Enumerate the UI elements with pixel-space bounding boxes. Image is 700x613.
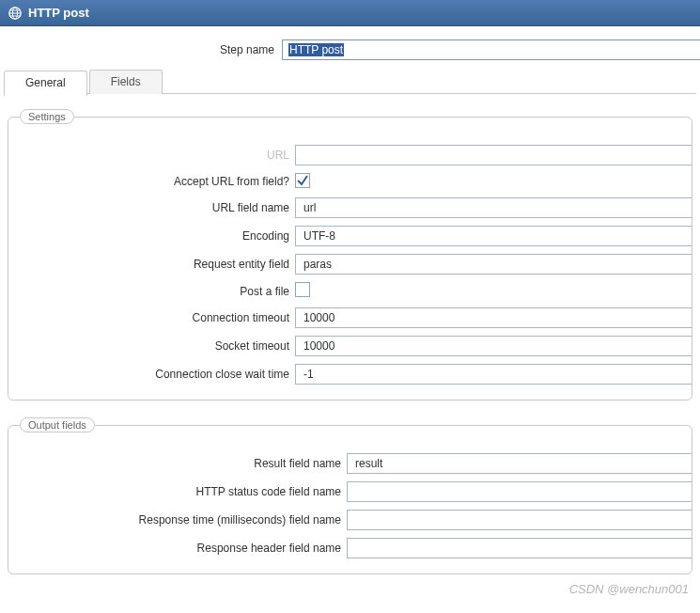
- settings-legend: Settings: [20, 109, 74, 124]
- response-time-field-name-input[interactable]: [347, 510, 692, 530]
- settings-group: Settings URL Accept URL from field? URL …: [8, 109, 692, 401]
- accept-url-from-field-label: Accept URL from field?: [8, 175, 295, 188]
- connection-close-wait-input[interactable]: [295, 364, 692, 385]
- url-field-name-label: URL field name: [8, 201, 295, 214]
- url-label: URL: [8, 149, 295, 162]
- tab-content: Settings URL Accept URL from field? URL …: [0, 94, 700, 611]
- http-status-code-field-name-label: HTTP status code field name: [8, 485, 347, 498]
- tab-fields[interactable]: Fields: [89, 70, 163, 94]
- request-entity-field-input[interactable]: [295, 254, 692, 275]
- encoding-label: Encoding: [8, 229, 295, 243]
- socket-timeout-input[interactable]: [295, 336, 692, 356]
- step-name-label: Step name: [0, 43, 282, 56]
- output-fields-legend: Output fields: [20, 417, 95, 432]
- post-a-file-label: Post a file: [8, 285, 295, 298]
- step-name-value: HTTP post: [288, 43, 344, 56]
- window-titlebar: HTTP post: [0, 0, 700, 26]
- result-field-name-label: Result field name: [8, 457, 347, 470]
- post-a-file-checkbox[interactable]: [295, 282, 310, 297]
- globe-icon: [8, 6, 23, 21]
- step-name-input[interactable]: HTTP post: [282, 39, 700, 60]
- output-fields-group: Output fields Result field name HTTP sta…: [8, 417, 692, 574]
- accept-url-from-field-checkbox[interactable]: [295, 173, 310, 188]
- connection-close-wait-label: Connection close wait time: [8, 368, 295, 381]
- socket-timeout-label: Socket timeout: [8, 339, 295, 353]
- request-entity-field-label: Request entity field: [8, 258, 295, 271]
- response-header-field-name-input[interactable]: [347, 538, 692, 558]
- checkmark-icon: [296, 174, 309, 187]
- url-input: [295, 145, 692, 165]
- result-field-name-input[interactable]: [347, 453, 692, 474]
- tab-general[interactable]: General: [4, 71, 87, 96]
- http-status-code-field-name-input[interactable]: [347, 481, 692, 502]
- connection-timeout-input[interactable]: [295, 307, 692, 328]
- connection-timeout-label: Connection timeout: [8, 311, 295, 324]
- tab-bar: General Fields: [4, 70, 696, 94]
- response-time-field-name-label: Response time (milliseconds) field name: [8, 513, 347, 527]
- encoding-input[interactable]: [295, 226, 692, 246]
- step-name-row: Step name HTTP post: [0, 26, 700, 70]
- response-header-field-name-label: Response header field name: [8, 542, 347, 555]
- url-field-name-input[interactable]: [295, 197, 692, 218]
- window-title: HTTP post: [28, 6, 89, 20]
